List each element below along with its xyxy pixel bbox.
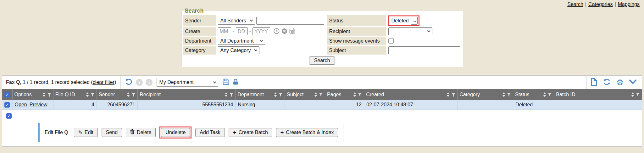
sort-icon[interactable]: [314, 92, 317, 97]
footer-select-all-checkbox[interactable]: ✓: [6, 113, 12, 119]
collapse-grid-button[interactable]: [629, 79, 637, 85]
subject-input[interactable]: [388, 46, 460, 54]
delete-button[interactable]: Delete: [126, 128, 156, 137]
create-month-input[interactable]: [218, 27, 231, 35]
recipient-label: Recipient: [327, 27, 386, 36]
chevron-down-icon: [254, 48, 257, 51]
send-button[interactable]: Send: [102, 128, 122, 137]
nav-link-search[interactable]: Search: [567, 2, 583, 7]
grid-record-count: 1 / 1 record, 1 record selected (: [21, 79, 93, 85]
filter-icon[interactable]: [47, 93, 51, 97]
undelete-button[interactable]: Undelete: [161, 128, 190, 137]
department-select[interactable]: All Department: [218, 37, 265, 45]
column-header-subject: Subject: [285, 89, 325, 100]
lock-view-button[interactable]: [232, 79, 239, 86]
filter-icon[interactable]: [507, 93, 511, 97]
sort-icon[interactable]: [127, 92, 130, 97]
pencil-icon: ✎: [78, 129, 82, 135]
search-panel: Search Sender All Senders Status Deleted…: [181, 8, 463, 67]
category-select[interactable]: Any Category: [218, 46, 259, 54]
column-header-sender: Sender: [97, 89, 138, 100]
status-value: Deleted: [391, 18, 409, 24]
cell-department: Nursing: [236, 100, 285, 109]
filter-icon[interactable]: [229, 93, 233, 97]
status-picker-button[interactable]: ...: [411, 17, 418, 25]
sort-icon[interactable]: [502, 92, 505, 97]
check-icon: ✓: [6, 103, 9, 107]
plus-icon: +: [233, 130, 236, 135]
grid-toolbar: Fax Q, 1 / 1 record, 1 record selected (…: [2, 76, 642, 89]
create-batch-button[interactable]: +Create Batch: [229, 128, 272, 137]
action-bar-label: Edit File Q: [45, 130, 68, 135]
clear-filter-link[interactable]: clear filter: [93, 79, 114, 85]
sort-icon[interactable]: [86, 92, 89, 97]
nav-separator: |: [614, 2, 616, 7]
table-row: ✓ Open Preview 4 2604596271 55555551234 …: [2, 100, 642, 110]
undelete-highlight-box: Undelete: [159, 127, 192, 138]
row-checkbox[interactable]: ✓: [4, 102, 10, 108]
search-button[interactable]: Search: [309, 56, 335, 65]
edit-button[interactable]: ✎Edit: [74, 128, 98, 137]
cell-status: Deleted: [513, 100, 554, 109]
show-message-events-checkbox[interactable]: [388, 38, 394, 44]
filter-icon[interactable]: [358, 93, 362, 97]
create-year-input[interactable]: [253, 27, 270, 35]
recipient-select[interactable]: [388, 27, 432, 35]
save-view-button[interactable]: [222, 79, 230, 86]
chevron-down-icon: [213, 80, 216, 83]
settings-button[interactable]: ⚙: [616, 78, 624, 86]
sort-icon[interactable]: [447, 92, 450, 97]
clear-date-button[interactable]: [281, 28, 288, 35]
lock-icon: [233, 79, 238, 86]
filter-icon[interactable]: [548, 93, 552, 97]
filter-icon[interactable]: [319, 93, 323, 97]
filter-icon[interactable]: [91, 93, 95, 97]
x-circle-icon: [281, 28, 287, 35]
nav-link-categories[interactable]: Categories: [588, 2, 613, 7]
previous-page-button[interactable]: ‹: [136, 79, 143, 86]
grid-footer: ✓ Edit File Q ✎Edit Send Delete Undelete…: [2, 110, 642, 142]
sort-icon[interactable]: [225, 92, 228, 97]
column-header-status: Status: [513, 89, 554, 100]
chevron-right-icon: ›: [148, 80, 150, 85]
time-picker-button[interactable]: [273, 28, 280, 35]
sort-icon[interactable]: [42, 92, 46, 97]
new-document-button[interactable]: [591, 78, 597, 87]
view-select[interactable]: My Department: [157, 78, 218, 87]
add-task-button[interactable]: Add Task: [195, 128, 225, 137]
sort-icon[interactable]: [543, 92, 546, 97]
create-day-input[interactable]: [236, 27, 248, 35]
filter-icon[interactable]: [451, 93, 455, 97]
date-separator: -: [233, 29, 234, 34]
sort-icon[interactable]: [631, 92, 634, 97]
preview-link[interactable]: Preview: [30, 102, 47, 108]
clock-icon: [274, 28, 280, 35]
chevron-down-icon: [250, 19, 253, 22]
search-panel-title: Search: [184, 8, 205, 14]
column-header-category: Category: [458, 89, 513, 100]
grid-header-row: ✓ Options File Q ID Sender Recipient Dep…: [2, 89, 642, 100]
nav-link-mappings[interactable]: Mappings: [618, 2, 640, 7]
sort-icon[interactable]: [274, 92, 277, 97]
sort-icon[interactable]: [353, 92, 356, 97]
sender-input[interactable]: [256, 17, 324, 25]
calendar-picker-button[interactable]: [289, 28, 296, 35]
create-batch-index-button[interactable]: +Create Batch & Index: [276, 128, 338, 137]
grid-summary: Fax Q, 1 / 1 record, 1 record selected (…: [2, 79, 120, 85]
grid-title: Fax Q,: [6, 79, 21, 85]
plus-icon: +: [280, 130, 284, 135]
create-date-label: Create: [183, 27, 216, 36]
column-header-pages: Pages: [325, 89, 364, 100]
filter-icon[interactable]: [131, 93, 136, 97]
select-all-checkbox[interactable]: ✓: [4, 92, 10, 97]
filter-icon[interactable]: [279, 93, 283, 97]
undo-button[interactable]: [125, 78, 133, 86]
refresh-button[interactable]: [602, 78, 611, 86]
cell-sender: 2604596271: [97, 100, 138, 109]
next-page-button[interactable]: ›: [146, 79, 153, 86]
column-header-file-q-id: File Q ID: [53, 89, 97, 100]
open-link[interactable]: Open: [15, 102, 27, 108]
filter-icon[interactable]: [636, 93, 640, 97]
department-label: Department: [183, 37, 216, 45]
sender-select[interactable]: All Senders: [218, 17, 255, 25]
